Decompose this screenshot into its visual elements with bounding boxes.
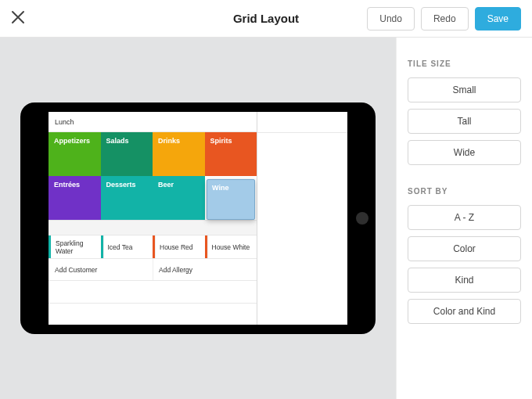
body: Lunch Appetizers Salads Drinks Spirits E… [0, 38, 532, 399]
category-tile-wine-selected[interactable]: Wine [207, 179, 255, 220]
header-actions: Undo Redo Save [367, 7, 521, 31]
tile-size-group: TILE SIZE Small Tall Wide [408, 59, 521, 165]
page-name-label[interactable]: Lunch [49, 112, 257, 132]
item-house-white[interactable]: House White [205, 235, 257, 258]
category-tile-beer[interactable]: Beer [153, 176, 205, 220]
sort-color[interactable]: Color [408, 236, 521, 261]
spacer-row [49, 220, 257, 235]
close-icon[interactable] [11, 9, 30, 29]
page-title: Grid Layout [233, 12, 299, 25]
sort-kind[interactable]: Kind [408, 268, 521, 293]
sort-az[interactable]: A - Z [408, 205, 521, 230]
category-tile-drinks[interactable]: Drinks [153, 132, 205, 176]
action-row: Add Customer Add Allergy [49, 259, 257, 281]
tile-size-tall[interactable]: Tall [408, 109, 521, 134]
category-grid: Appetizers Salads Drinks Spirits Entrées… [49, 132, 257, 220]
blank-row [49, 304, 257, 325]
canvas-area: Lunch Appetizers Salads Drinks Spirits E… [0, 38, 396, 399]
device-frame: Lunch Appetizers Salads Drinks Spirits E… [20, 102, 376, 334]
sort-color-kind[interactable]: Color and Kind [408, 299, 521, 324]
item-house-red[interactable]: House Red [153, 235, 205, 258]
tile-size-small[interactable]: Small [408, 77, 521, 102]
save-button[interactable]: Save [475, 7, 521, 31]
sort-by-heading: SORT BY [408, 187, 521, 196]
sidebar: TILE SIZE Small Tall Wide SORT BY A - Z … [396, 38, 532, 399]
item-iced-tea[interactable]: Iced Tea [101, 235, 153, 258]
sort-by-group: SORT BY A - Z Color Kind Color and Kind [408, 187, 521, 324]
category-tile-desserts[interactable]: Desserts [101, 176, 153, 220]
category-tile-salads[interactable]: Salads [101, 132, 153, 176]
category-tile-entrees[interactable]: Entrées [49, 176, 101, 220]
item-sparkling-water[interactable]: Sparkling Water [49, 235, 101, 258]
grid-panel: Lunch Appetizers Salads Drinks Spirits E… [49, 112, 257, 325]
home-button-icon [356, 212, 368, 225]
undo-button[interactable]: Undo [367, 7, 415, 31]
tile-size-wide[interactable]: Wide [408, 140, 521, 165]
category-tile-appetizers[interactable]: Appetizers [49, 132, 101, 176]
blank-row [49, 281, 257, 304]
category-tile-spirits[interactable]: Spirits [205, 132, 257, 176]
cart-panel [257, 112, 347, 325]
item-row: Sparkling Water Iced Tea House Red House… [49, 235, 257, 259]
add-allergy-button[interactable]: Add Allergy [153, 259, 257, 280]
header: Grid Layout Undo Redo Save [0, 0, 532, 38]
tile-size-heading: TILE SIZE [408, 59, 521, 68]
device-screen: Lunch Appetizers Salads Drinks Spirits E… [49, 112, 347, 325]
redo-button[interactable]: Redo [421, 7, 469, 31]
add-customer-button[interactable]: Add Customer [49, 259, 153, 280]
